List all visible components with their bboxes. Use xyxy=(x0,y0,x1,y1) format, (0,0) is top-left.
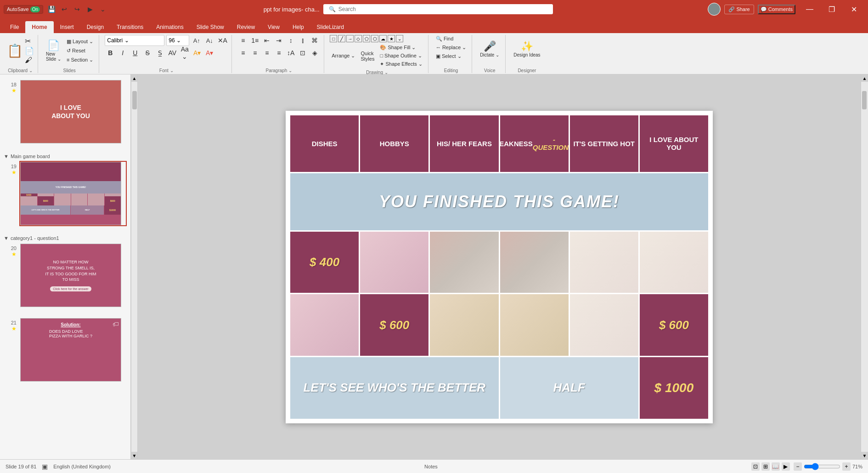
font-size-increase[interactable]: A↑ xyxy=(191,35,202,46)
minimize-button[interactable]: — xyxy=(799,2,820,16)
slide-thumb-img-18[interactable]: I LOVEABOUT YOU xyxy=(19,79,127,144)
strikethrough-button[interactable]: S xyxy=(142,47,153,58)
autosave-button[interactable]: AutoSave On xyxy=(4,5,43,14)
scroll-thumb[interactable] xyxy=(132,91,137,109)
tab-animations[interactable]: Animations xyxy=(150,21,190,33)
slide-icon[interactable]: ▣ xyxy=(42,463,48,470)
smart-art[interactable]: ◈ xyxy=(309,47,320,58)
autosave-toggle[interactable]: On xyxy=(30,6,40,12)
tab-review[interactable]: Review xyxy=(231,21,261,33)
slide-20-answer-link[interactable]: Click here for the answer xyxy=(50,286,91,291)
bullets-button[interactable]: ≡ xyxy=(237,35,248,46)
money-400-dishes[interactable]: $ 400 xyxy=(290,232,359,293)
text-align[interactable]: ⊡ xyxy=(297,47,308,58)
zoom-out-button[interactable]: − xyxy=(794,462,802,471)
shape-line[interactable]: ╱ xyxy=(338,35,345,42)
align-left[interactable]: ≡ xyxy=(237,47,248,58)
shape-arrow[interactable]: → xyxy=(346,35,354,42)
cut-button[interactable]: ✂ xyxy=(25,37,34,46)
money-600-hobbys[interactable]: $ 600 xyxy=(360,294,428,356)
paste-button[interactable]: 📋 ✂ 📄 🖌 xyxy=(6,37,34,64)
slide-thumb-19[interactable]: 19 ★ xyxy=(2,160,129,227)
tab-slidelizard[interactable]: SlideLizard xyxy=(310,21,350,33)
new-slide-button[interactable]: 📄 NewSlide ⌄ xyxy=(44,37,63,64)
change-case[interactable]: Aa ⌄ xyxy=(179,47,190,58)
shadow-button[interactable]: S̲ xyxy=(154,47,165,58)
design-ideas-button[interactable]: ✨ Design Ideas xyxy=(511,35,542,63)
slide-panel-scrollbar[interactable]: ▲ ▼ xyxy=(131,74,137,459)
align-center[interactable]: ≡ xyxy=(249,47,260,58)
slide-canvas[interactable]: DISHES HOBBYS HIS/ HER FEARS WEAKNESS -Q… xyxy=(286,111,713,423)
dictate-button[interactable]: 🎤 Dictate ⌄ xyxy=(478,35,502,63)
undo-button[interactable]: ↩ xyxy=(59,4,70,15)
close-button[interactable]: ✕ xyxy=(843,2,864,16)
numbering-button[interactable]: 1≡ xyxy=(249,35,260,46)
align-justify[interactable]: ≡ xyxy=(273,47,284,58)
tab-file[interactable]: File xyxy=(4,21,25,33)
layout-button[interactable]: ▦ Layout ⌄ xyxy=(65,38,95,46)
font-color[interactable]: A▾ xyxy=(204,47,215,58)
redo-button[interactable]: ↪ xyxy=(72,4,83,15)
slideshow-button[interactable]: ▶ xyxy=(782,462,790,471)
copy-button[interactable]: 📄 xyxy=(25,46,34,55)
money-1000[interactable]: $ 1000 xyxy=(640,357,708,419)
shape-pentagon[interactable]: ⬠ xyxy=(363,35,370,42)
notes-button[interactable]: Notes xyxy=(421,463,441,470)
slide-thumb-18[interactable]: 18 ★ I LOVEABOUT YOU xyxy=(2,78,129,145)
replace-button[interactable]: ↔ Replace ⌄ xyxy=(434,44,468,51)
decrease-indent[interactable]: ⇤ xyxy=(261,35,272,46)
reset-button[interactable]: ↺ Reset xyxy=(65,47,95,55)
shape-effects-button[interactable]: ✦ Shape Effects ⌄ xyxy=(378,60,424,68)
scroll-up-button[interactable]: ▲ xyxy=(131,74,137,82)
tab-insert[interactable]: Insert xyxy=(54,21,80,33)
font-highlight[interactable]: A▾ xyxy=(192,47,203,58)
tab-home[interactable]: Home xyxy=(25,21,53,33)
underline-button[interactable]: U xyxy=(130,47,141,58)
search-bar[interactable]: 🔍 xyxy=(323,4,553,14)
tab-slideshow[interactable]: Slide Show xyxy=(190,21,231,33)
shape-diamond[interactable]: ◇ xyxy=(355,35,362,42)
select-button[interactable]: ▣ Select ⌄ xyxy=(434,52,463,60)
increase-indent[interactable]: ⇥ xyxy=(273,35,284,46)
slide-thumb-21[interactable]: 21 ★ 🏷 Solution: DOES DAD LOVEPIZZA WITH… xyxy=(2,316,129,383)
present-button[interactable]: ▶ xyxy=(85,4,96,15)
scroll-down-button[interactable]: ▼ xyxy=(131,452,137,459)
columns[interactable]: ⫿ xyxy=(297,35,308,46)
tab-transitions[interactable]: Transitions xyxy=(110,21,150,33)
canvas-scrollbar[interactable]: ▲ ▼ xyxy=(861,74,868,459)
tab-view[interactable]: View xyxy=(261,21,286,33)
font-family-selector[interactable]: Calibri ⌄ xyxy=(105,35,164,46)
shape-cloud[interactable]: ☁ xyxy=(379,35,387,42)
canvas-scroll-down[interactable]: ▼ xyxy=(861,452,868,459)
slide-thumb-img-21[interactable]: 🏷 Solution: DOES DAD LOVEPIZZA WITH GARL… xyxy=(19,317,127,382)
shape-rect[interactable]: □ xyxy=(330,35,337,42)
format-painter-button[interactable]: 🖌 xyxy=(25,56,34,64)
search-input[interactable] xyxy=(338,6,547,12)
share-button[interactable]: 🔗 Share xyxy=(724,5,754,14)
convert-smartart[interactable]: ⌘ xyxy=(309,35,320,46)
canvas-scroll-up[interactable]: ▲ xyxy=(861,74,868,82)
slide-thumb-20[interactable]: 20 ★ NO MATTER HOWSTRONG THE SMELL IS,IT… xyxy=(2,242,129,309)
shape-hexagon[interactable]: ⬡ xyxy=(371,35,378,42)
bold-button[interactable]: B xyxy=(105,47,116,58)
tab-help[interactable]: Help xyxy=(286,21,310,33)
italic-button[interactable]: I xyxy=(117,47,128,58)
slide-thumb-img-19[interactable]: YOU FINISHED THIS GAME! $400 xyxy=(19,161,127,226)
arrange-button[interactable]: Arrange ⌄ xyxy=(330,52,357,60)
quick-styles-button[interactable]: QuickStyles xyxy=(359,50,376,63)
money-600-love[interactable]: $ 600 xyxy=(640,294,708,356)
zoom-slider[interactable] xyxy=(804,463,840,470)
section-button[interactable]: ≡ Section ⌄ xyxy=(65,56,95,64)
slide-sorter-button[interactable]: ⊞ xyxy=(761,462,770,471)
font-size-decrease[interactable]: A↓ xyxy=(204,35,215,46)
more-shapes[interactable]: ⌄ xyxy=(396,35,403,42)
shape-outline-button[interactable]: □ Shape Outline ⌄ xyxy=(378,52,424,60)
normal-view-button[interactable]: ⊡ xyxy=(751,462,760,471)
comments-button[interactable]: 💬 Comments xyxy=(758,5,795,14)
font-size-selector[interactable]: 96 ⌄ xyxy=(166,35,189,46)
find-button[interactable]: 🔍 Find xyxy=(434,35,455,43)
shape-fill-button[interactable]: 🎨 Shape Fill ⌄ xyxy=(378,44,424,51)
slide-thumb-img-20[interactable]: NO MATTER HOWSTRONG THE SMELL IS,IT IS T… xyxy=(19,243,127,308)
canvas-scroll-thumb[interactable] xyxy=(862,91,867,109)
save-button[interactable]: 💾 xyxy=(46,4,57,15)
